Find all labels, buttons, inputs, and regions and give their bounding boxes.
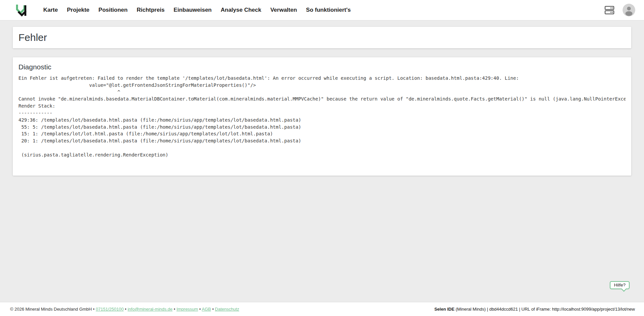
footer-link-email[interactable]: info@mineral-minds.de [127, 307, 172, 312]
mineral-minds-logo-icon[interactable] [15, 3, 29, 17]
footer-link-datenschutz[interactable]: Datenschutz [215, 307, 239, 312]
nav-item-analyse-check[interactable]: Analyse Check [221, 7, 261, 13]
nav-item-karte[interactable]: Karte [43, 7, 58, 13]
nav-item-positionen[interactable]: Positionen [99, 7, 128, 13]
main-content: Fehler Diagnostic Ein Fehler ist aufgetr… [0, 27, 644, 176]
footer-right: Selen IDE (Mineral Minds) | dbd44dccd621… [434, 307, 635, 312]
nav-item-projekte[interactable]: Projekte [67, 7, 89, 13]
diagnostic-card: Diagnostic Ein Fehler ist aufgetreten: F… [13, 57, 631, 176]
footer-separator: • [212, 307, 214, 312]
footer-separator: • [125, 307, 126, 312]
navbar-right-actions [604, 4, 635, 16]
top-navbar: Karte Projekte Positionen Richtpreis Ein… [0, 0, 644, 20]
help-button[interactable]: Hilfe? [610, 281, 630, 289]
footer-separator: • [174, 307, 175, 312]
footer-link-phone[interactable]: 07151/250100 [96, 307, 124, 312]
server-stack-icon[interactable] [604, 4, 615, 16]
footer-link-impressum[interactable]: Impressum [176, 307, 198, 312]
nav-item-richtpreis[interactable]: Richtpreis [137, 7, 164, 13]
user-avatar-icon[interactable] [623, 4, 635, 16]
error-title-card: Fehler [13, 27, 631, 48]
footer-separator: • [93, 307, 95, 312]
page-title: Fehler [18, 32, 47, 43]
nav-item-verwalten[interactable]: Verwalten [270, 7, 297, 13]
page-footer: © 2026 Mineral Minds Deutschland GmbH • … [0, 302, 644, 316]
main-nav: Karte Projekte Positionen Richtpreis Ein… [43, 7, 351, 13]
footer-link-agb[interactable]: AGB [202, 307, 211, 312]
build-info: (Mineral Minds) | dbd44dccd621 | URL of … [454, 307, 635, 312]
copyright-text: © 2026 Mineral Minds Deutschland GmbH [10, 307, 92, 312]
app-name: Selen IDE [434, 307, 454, 312]
nav-item-so-funktionierts[interactable]: So funktioniert's [306, 7, 351, 13]
diagnostic-heading: Diagnostic [18, 63, 626, 71]
footer-separator: • [199, 307, 201, 312]
nav-item-einbauweisen[interactable]: Einbauweisen [174, 7, 212, 13]
diagnostic-stacktrace: Ein Fehler ist aufgetreten: Failed to re… [18, 75, 626, 159]
footer-left: © 2026 Mineral Minds Deutschland GmbH • … [10, 307, 239, 312]
